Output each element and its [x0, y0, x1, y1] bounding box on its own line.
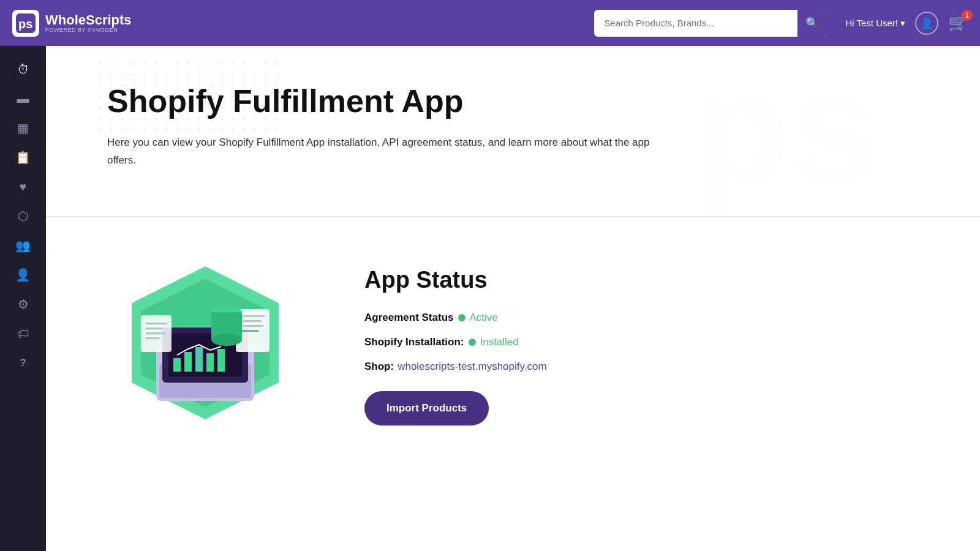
main-layout: ⏱ ▬ ▦ 📋 ♥ ⬡ 👥 👤 ⚙ 🏷 ? [0, 46, 980, 551]
page-title: Shopify Fulfillment App [107, 83, 931, 119]
svg-rect-10 [184, 352, 192, 372]
search-icon: 🔍 [805, 17, 819, 30]
orders-icon: ▬ [17, 92, 29, 106]
user-greeting[interactable]: Hi Test User! ▾ [845, 18, 905, 29]
app-status-info: App Status Agreement Status Active Shopi… [364, 267, 931, 425]
settings-icon: ⚙ [18, 297, 29, 312]
app-status-title: App Status [364, 267, 931, 293]
products-icon: ▦ [17, 121, 29, 135]
svg-rect-12 [206, 353, 214, 372]
header-search: 🔍 [594, 10, 827, 37]
header-user: Hi Test User! ▾ 👤 🛒 1 [845, 12, 968, 35]
svg-text:ps: ps [18, 17, 32, 31]
svg-rect-15 [240, 315, 265, 317]
person-icon: 👤 [920, 17, 933, 30]
shopify-status-row: Shopify Installation: Installed [364, 336, 931, 348]
logo-area: ps WholeScripts POWERED BY XYMOGEN [12, 10, 132, 37]
sidebar: ⏱ ▬ ▦ 📋 ♥ ⬡ 👥 👤 ⚙ 🏷 ? [0, 46, 46, 551]
hero-description: Here you can view your Shopify Fulfillme… [107, 134, 658, 170]
shopify-illustration [107, 254, 315, 438]
import-products-button[interactable]: Import Products [364, 391, 489, 425]
svg-rect-11 [195, 347, 203, 372]
users-icon: 👤 [15, 268, 31, 282]
logo-icon: ps [12, 10, 39, 37]
agreement-status-dot [458, 314, 466, 321]
svg-rect-13 [217, 349, 225, 372]
shop-label: Shop: [364, 361, 394, 373]
dashboard-icon: ⏱ [17, 62, 29, 77]
search-input[interactable] [594, 10, 827, 37]
chevron-down-icon: ▾ [900, 18, 905, 29]
app-status-section: App Status Agreement Status Active Shopi… [46, 217, 980, 474]
header: ps WholeScripts POWERED BY XYMOGEN 🔍 Hi … [0, 0, 980, 46]
sidebar-item-orders[interactable]: ▬ [7, 85, 40, 112]
agreement-label: Agreement Status [364, 312, 453, 324]
sidebar-item-tags[interactable]: 🏷 [7, 320, 40, 347]
agreement-status-row: Agreement Status Active [364, 312, 931, 324]
logo-text: WholeScripts POWERED BY XYMOGEN [45, 13, 132, 33]
svg-rect-26 [146, 337, 159, 339]
sidebar-item-shop[interactable]: ⬡ [7, 203, 40, 230]
search-button[interactable]: 🔍 [797, 10, 827, 37]
sidebar-item-help[interactable]: ? [7, 350, 40, 377]
sidebar-item-favorites[interactable]: ♥ [7, 173, 40, 200]
svg-text:ps: ps [692, 46, 878, 217]
patients-icon: 👥 [15, 238, 31, 253]
shop-icon: ⬡ [18, 209, 28, 223]
avatar[interactable]: 👤 [915, 12, 938, 35]
sidebar-item-products[interactable]: ▦ [7, 114, 40, 141]
inventory-icon: 📋 [15, 150, 31, 165]
svg-rect-25 [146, 332, 165, 334]
svg-rect-16 [240, 320, 262, 322]
svg-rect-17 [240, 325, 263, 327]
hero-section: Shopify Fulfillment App Here you can vie… [46, 46, 980, 217]
tags-icon: 🏷 [17, 327, 29, 341]
sidebar-item-users[interactable]: 👤 [7, 261, 40, 288]
hero-bg-logo: ps [686, 46, 943, 217]
help-icon: ? [20, 357, 26, 369]
svg-point-21 [211, 334, 242, 346]
sidebar-item-settings[interactable]: ⚙ [7, 291, 40, 318]
sidebar-item-dashboard[interactable]: ⏱ [7, 56, 40, 83]
cart-icon-wrapper[interactable]: 🛒 1 [948, 13, 968, 32]
svg-rect-23 [146, 323, 167, 324]
shopify-installation-value: Installed [480, 336, 518, 348]
cart-badge: 1 [962, 10, 973, 21]
favorites-icon: ♥ [20, 180, 27, 194]
svg-rect-18 [240, 330, 258, 332]
shopify-status-dot [469, 339, 476, 346]
sidebar-item-patients[interactable]: 👥 [7, 232, 40, 259]
sidebar-item-inventory[interactable]: 📋 [7, 144, 40, 171]
logo-powered: POWERED BY XYMOGEN [45, 27, 132, 33]
shopify-installation-label: Shopify Installation: [364, 336, 464, 348]
content-area: Shopify Fulfillment App Here you can vie… [46, 46, 980, 551]
shop-url: wholescripts-test.myshopify.com [398, 361, 546, 373]
agreement-status-value: Active [469, 312, 497, 324]
svg-rect-24 [146, 328, 163, 329]
shop-url-row: Shop: wholescripts-test.myshopify.com [364, 361, 931, 373]
logo-name: WholeScripts [45, 13, 132, 27]
svg-rect-9 [173, 358, 181, 372]
